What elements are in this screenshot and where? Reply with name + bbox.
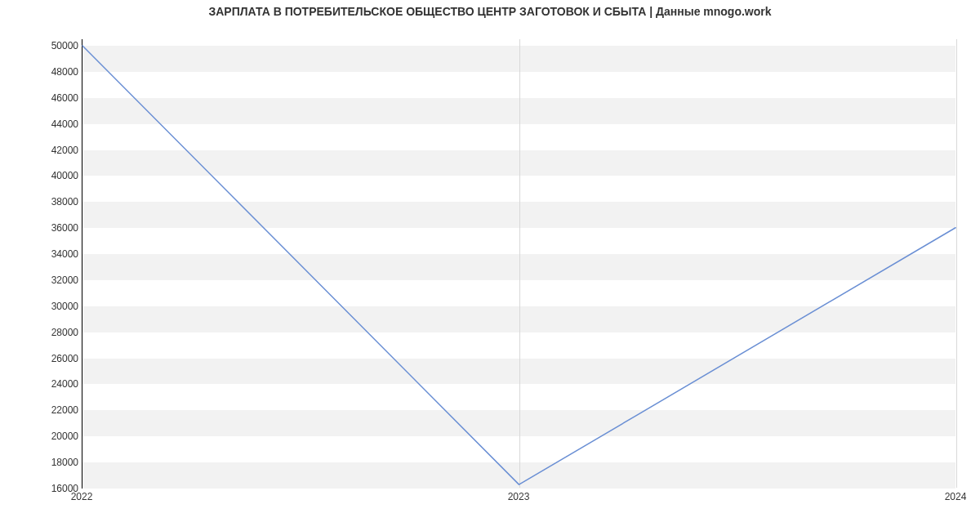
y-tick-label: 16000 bbox=[5, 484, 78, 493]
y-tick-label: 42000 bbox=[5, 145, 78, 155]
y-tick-label: 40000 bbox=[5, 171, 78, 181]
y-tick-label: 50000 bbox=[5, 41, 78, 51]
y-tick-label: 48000 bbox=[5, 67, 78, 77]
y-tick-label: 32000 bbox=[5, 275, 78, 285]
y-tick-label: 24000 bbox=[5, 379, 78, 389]
y-tick-label: 46000 bbox=[5, 93, 78, 103]
y-tick-label: 28000 bbox=[5, 328, 78, 337]
x-tick-label: 2023 bbox=[508, 492, 530, 502]
y-tick-label: 26000 bbox=[5, 354, 78, 364]
y-tick-label: 34000 bbox=[5, 249, 78, 259]
plot-area bbox=[82, 39, 956, 489]
y-tick-label: 30000 bbox=[5, 301, 78, 311]
y-tick-label: 44000 bbox=[5, 119, 78, 129]
y-tick-label: 20000 bbox=[5, 431, 78, 441]
line-layer bbox=[82, 39, 956, 488]
y-tick-label: 38000 bbox=[5, 197, 78, 207]
x-tick-label: 2022 bbox=[71, 492, 93, 502]
y-tick-label: 18000 bbox=[5, 457, 78, 467]
y-tick-label: 22000 bbox=[5, 405, 78, 415]
chart-container: ЗАРПЛАТА В ПОТРЕБИТЕЛЬСКОЕ ОБЩЕСТВО ЦЕНТ… bbox=[0, 0, 980, 531]
chart-title: ЗАРПЛАТА В ПОТРЕБИТЕЛЬСКОЕ ОБЩЕСТВО ЦЕНТ… bbox=[0, 5, 980, 18]
x-tick-label: 2024 bbox=[945, 492, 967, 502]
series-line bbox=[82, 46, 956, 484]
grid-line-vertical bbox=[956, 39, 957, 488]
y-tick-label: 36000 bbox=[5, 223, 78, 233]
